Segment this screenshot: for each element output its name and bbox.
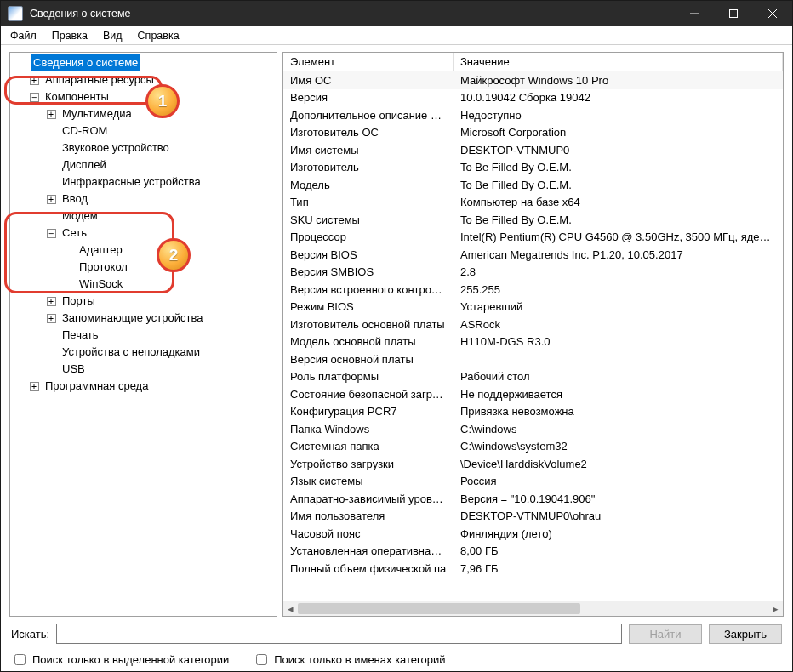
details-row[interactable]: ИзготовительTo Be Filled By O.E.M.	[283, 159, 783, 177]
tree-problem[interactable]: Устройства с неполадками	[14, 344, 277, 361]
titlebar[interactable]: Сведения о системе	[1, 1, 792, 26]
category-tree[interactable]: Сведения о системе +Аппаратные ресурсы −…	[10, 53, 277, 616]
cell-value: Рабочий стол	[454, 370, 783, 383]
cell-value: Версия = "10.0.19041.906"	[454, 493, 783, 505]
details-row[interactable]: Версия BIOSAmerican Megatrends Inc. P1.2…	[283, 246, 783, 264]
client-area: Сведения о системе +Аппаратные ресурсы −…	[1, 45, 792, 620]
details-row[interactable]: Состояние безопасной загруз...Не поддерж…	[283, 385, 783, 403]
details-row[interactable]: Системная папкаC:\windows\system32	[283, 438, 783, 456]
tree-display[interactable]: Дисплей	[14, 157, 277, 174]
tree-software[interactable]: +Программная среда	[14, 378, 277, 395]
close-search-button[interactable]: Закрыть	[709, 624, 782, 644]
tree-usb[interactable]: USB	[14, 361, 277, 378]
cell-element: Имя системы	[283, 144, 454, 157]
tree-network[interactable]: −Сеть	[14, 225, 277, 242]
cell-element: Папка Windows	[283, 423, 454, 436]
details-row[interactable]: Версия основной платы	[283, 350, 783, 368]
details-row[interactable]: ПроцессорIntel(R) Pentium(R) CPU G4560 @…	[283, 229, 783, 247]
details-panel: Элемент Значение Имя ОСМайкрософт Window…	[282, 52, 784, 617]
tree-protocol[interactable]: Протокол	[14, 259, 277, 276]
cell-element: Имя пользователя	[283, 510, 454, 522]
expander-plus-icon[interactable]: +	[26, 71, 43, 88]
maximize-button[interactable]	[714, 1, 753, 26]
scroll-right-icon[interactable]: ▸	[768, 601, 783, 616]
cell-element: Изготовитель основной платы	[283, 318, 454, 331]
details-row[interactable]: Папка WindowsC:\windows	[283, 420, 783, 438]
details-row[interactable]: Версия SMBIOS2.8	[283, 264, 783, 282]
details-row[interactable]: Аппаратно-зависимый уровен...Версия = "1…	[283, 490, 783, 508]
scroll-left-icon[interactable]: ◂	[283, 601, 298, 616]
scroll-track[interactable]	[298, 601, 768, 616]
cb-selected-category[interactable]: Поиск только в выделенной категории	[11, 652, 229, 668]
details-row[interactable]: Роль платформыРабочий стол	[283, 368, 783, 386]
details-row[interactable]: Изготовитель ОСMicrosoft Corporation	[283, 124, 783, 142]
details-row[interactable]: Полный объем физической па7,96 ГБ	[283, 560, 783, 578]
cb-selected-category-input[interactable]	[14, 654, 26, 665]
details-row[interactable]: Модель основной платыH110M-DGS R3.0	[283, 333, 783, 351]
details-row[interactable]: Версия встроенного контролл...255.255	[283, 281, 783, 299]
tree-hardware[interactable]: +Аппаратные ресурсы	[14, 71, 277, 88]
details-row[interactable]: Конфигурация PCR7Привязка невозможна	[283, 403, 783, 421]
expander-minus-icon[interactable]: −	[43, 225, 60, 242]
tree-modem[interactable]: Модем	[14, 208, 277, 225]
expander-plus-icon[interactable]: +	[43, 310, 60, 327]
details-row[interactable]: Режим BIOSУстаревший	[283, 299, 783, 316]
menu-view[interactable]: Вид	[95, 28, 130, 43]
details-row[interactable]: Изготовитель основной платыASRock	[283, 316, 783, 333]
scroll-thumb[interactable]	[298, 603, 580, 614]
tree-components[interactable]: −Компоненты	[14, 88, 277, 105]
find-button[interactable]: Найти	[629, 624, 702, 644]
details-row[interactable]: Установленная оперативная п...8,00 ГБ	[283, 543, 783, 561]
col-value[interactable]: Значение	[454, 53, 783, 71]
menu-help[interactable]: Справка	[130, 28, 187, 43]
expander-plus-icon[interactable]: +	[43, 105, 60, 122]
tree-winsock[interactable]: WinSock	[14, 276, 277, 293]
expander-plus-icon[interactable]: +	[43, 293, 60, 310]
tree-infrared[interactable]: Инфракрасные устройства	[14, 174, 277, 191]
tree-multimedia[interactable]: +Мультимедиа	[14, 105, 277, 122]
window-title: Сведения о системе	[30, 8, 675, 20]
details-row[interactable]: Версия10.0.19042 Сборка 19042	[283, 89, 783, 107]
tree-adapter[interactable]: Адаптер	[14, 242, 277, 259]
cell-value: To Be Filled By O.E.M.	[454, 161, 783, 174]
close-button[interactable]	[753, 1, 792, 26]
cb-names-only[interactable]: Поиск только в именах категорий	[253, 652, 445, 668]
tree-root[interactable]: Сведения о системе	[14, 54, 277, 71]
expander-plus-icon[interactable]: +	[26, 378, 43, 395]
details-header[interactable]: Элемент Значение	[283, 53, 783, 72]
cell-element: Изготовитель ОС	[283, 126, 454, 139]
details-row[interactable]: Часовой поясФинляндия (лето)	[283, 525, 783, 543]
expander-minus-icon[interactable]: −	[26, 88, 43, 105]
search-input[interactable]	[56, 624, 622, 644]
cell-element: SKU системы	[283, 214, 454, 226]
details-row[interactable]: Имя ОСМайкрософт Windows 10 Pro	[283, 71, 783, 89]
details-body[interactable]: Имя ОСМайкрософт Windows 10 ProВерсия10.…	[283, 71, 783, 601]
menu-edit[interactable]: Правка	[44, 28, 95, 43]
cell-value: ASRock	[454, 318, 783, 331]
menu-file[interactable]: Файл	[3, 28, 44, 43]
cell-value: H110M-DGS R3.0	[454, 335, 783, 348]
details-row[interactable]: Дополнительное описание ОСНедоступно	[283, 106, 783, 124]
cell-value: Майкрософт Windows 10 Pro	[454, 74, 783, 87]
col-element[interactable]: Элемент	[283, 53, 454, 71]
tree-storage[interactable]: +Запоминающие устройства	[14, 310, 277, 327]
horizontal-scrollbar[interactable]: ◂ ▸	[283, 601, 783, 616]
cell-value: To Be Filled By O.E.M.	[454, 214, 783, 226]
expander-plus-icon[interactable]: +	[43, 191, 60, 208]
tree-cdrom[interactable]: CD-ROM	[14, 122, 277, 140]
details-row[interactable]: ТипКомпьютер на базе x64	[283, 194, 783, 212]
details-row[interactable]: Имя системыDESKTOP-VTNMUP0	[283, 141, 783, 159]
details-row[interactable]: Имя пользователяDESKTOP-VTNMUP0\ohrau	[283, 508, 783, 526]
tree-print[interactable]: Печать	[14, 327, 277, 344]
cell-value: American Megatrends Inc. P1.20, 10.05.20…	[454, 248, 783, 261]
details-row[interactable]: МодельTo Be Filled By O.E.M.	[283, 176, 783, 194]
details-row[interactable]: Устройство загрузки\Device\HarddiskVolum…	[283, 455, 783, 473]
minimize-button[interactable]	[675, 1, 714, 26]
cell-value: 255.255	[454, 283, 783, 296]
tree-ports[interactable]: +Порты	[14, 293, 277, 310]
tree-input[interactable]: +Ввод	[14, 191, 277, 208]
cb-names-only-input[interactable]	[256, 654, 267, 665]
details-row[interactable]: SKU системыTo Be Filled By O.E.M.	[283, 211, 783, 229]
tree-sound[interactable]: Звуковое устройство	[14, 140, 277, 157]
details-row[interactable]: Язык системыРоссия	[283, 473, 783, 491]
